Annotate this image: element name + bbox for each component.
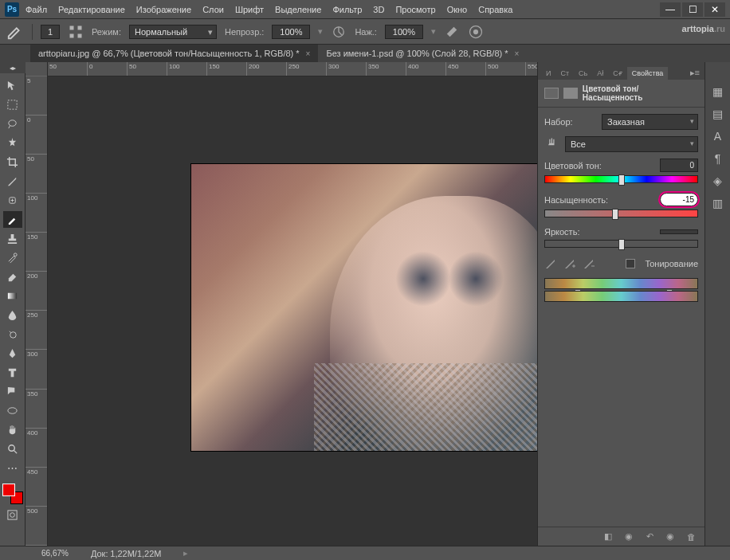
panel-footer: ◧ ◉ ↶ ◉ 🗑 — [538, 527, 704, 546]
hand-icon[interactable] — [544, 138, 560, 151]
prev-state-icon[interactable]: ◉ — [623, 531, 634, 542]
flow-input[interactable]: 100% — [385, 25, 423, 39]
lightness-value[interactable] — [660, 229, 698, 234]
swatches-panel-icon[interactable]: ▤ — [711, 107, 725, 121]
panel-tab[interactable]: И — [541, 67, 555, 80]
maximize-button[interactable]: ☐ — [682, 2, 703, 17]
eyedropper-minus-icon[interactable] — [583, 257, 595, 270]
menu-image[interactable]: Изображение — [136, 5, 191, 14]
stamp-tool[interactable] — [3, 230, 22, 247]
paragraph-panel-icon[interactable]: ¶ — [711, 151, 725, 166]
hue-range-bar[interactable] — [544, 278, 698, 289]
wand-tool[interactable] — [3, 135, 22, 151]
brush-panel-icon[interactable] — [68, 24, 84, 40]
eyedropper-icon[interactable] — [544, 257, 557, 270]
menu-help[interactable]: Справка — [478, 5, 512, 14]
channels-panel-icon[interactable]: ▥ — [711, 196, 725, 210]
pressure-size-icon[interactable] — [468, 24, 484, 40]
menu-edit[interactable]: Редактирование — [58, 5, 125, 14]
menu-type[interactable]: Шрифт — [235, 5, 264, 14]
lightness-slider[interactable] — [544, 240, 698, 248]
panel-body: Набор: Заказная Все Цветовой тон: 0 — [538, 108, 704, 527]
history-brush-tool[interactable] — [3, 249, 22, 266]
menu-filter[interactable]: Фильтр — [332, 5, 362, 14]
eraser-tool[interactable] — [3, 268, 22, 285]
foreground-color[interactable] — [2, 484, 15, 496]
lasso-tool[interactable] — [3, 116, 22, 132]
airbrush-icon[interactable] — [444, 24, 460, 40]
layers-panel-icon[interactable]: ◈ — [711, 174, 725, 188]
watermark-suffix: .ru — [714, 24, 725, 33]
right-panels: И Ст Сь Аł Сғ Свойства ▸≡ Цветовой тон/Н… — [537, 62, 730, 546]
tab-close-icon[interactable]: × — [306, 49, 311, 58]
adjustments-panel-icon[interactable]: A — [711, 129, 725, 143]
menu-select[interactable]: Выделение — [275, 5, 321, 14]
opacity-input[interactable]: 100% — [272, 25, 310, 39]
menu-3d[interactable]: 3D — [373, 5, 384, 14]
pen-tool[interactable] — [3, 345, 22, 362]
panel-tab[interactable]: Ст — [555, 67, 574, 80]
close-button[interactable]: ✕ — [704, 2, 725, 17]
panel-menu-icon[interactable]: ▸≡ — [685, 66, 704, 80]
document-tab-2[interactable]: Без имени-1.psd @ 100% (Слой 28, RGB/8) … — [318, 45, 527, 62]
blend-mode-select[interactable]: Нормальный — [129, 25, 217, 39]
ruler-tick: 50 — [48, 62, 88, 76]
eyedropper-plus-icon[interactable] — [563, 257, 576, 270]
visibility-icon[interactable]: ◉ — [665, 531, 676, 542]
trash-icon[interactable]: 🗑 — [685, 531, 697, 542]
hand-tool[interactable] — [3, 421, 22, 438]
ruler-tick: 100 — [26, 194, 47, 233]
reset-icon[interactable]: ↶ — [644, 531, 655, 542]
pressure-opacity-icon[interactable] — [331, 24, 347, 40]
zoom-tool[interactable] — [3, 441, 22, 457]
tools-collapse-handle[interactable]: ◂▸ — [0, 62, 26, 73]
lightness-label: Яркость: — [544, 227, 579, 237]
saturation-value[interactable]: -15 — [660, 193, 698, 206]
brush-tool-preset-icon[interactable] — [6, 23, 24, 41]
brush-size-input[interactable]: 1 — [41, 25, 60, 39]
clip-icon[interactable]: ◧ — [602, 531, 614, 542]
mask-icon — [563, 88, 578, 99]
preset-select[interactable]: Заказная — [602, 114, 698, 130]
channel-select[interactable]: Все — [565, 136, 698, 152]
more-tools[interactable]: ⋯ — [3, 460, 22, 476]
colorize-checkbox[interactable] — [626, 259, 635, 268]
healing-tool[interactable] — [3, 192, 22, 209]
gradient-tool[interactable] — [3, 288, 22, 304]
blur-tool[interactable] — [3, 307, 22, 323]
ruler-tick: 450 — [446, 62, 486, 76]
color-swatches[interactable] — [2, 484, 23, 504]
title-bar: Ps Файл Редактирование Изображение Слои … — [0, 0, 730, 19]
hue-slider[interactable] — [544, 175, 698, 183]
menu-file[interactable]: Файл — [26, 5, 47, 14]
menu-window[interactable]: Окно — [447, 5, 468, 14]
dodge-tool[interactable] — [3, 326, 22, 343]
zoom-level[interactable]: 66,67% — [41, 549, 69, 558]
path-tool[interactable] — [3, 383, 22, 400]
eyedropper-tool[interactable] — [3, 173, 22, 190]
crop-tool[interactable] — [3, 154, 22, 170]
status-menu-arrow[interactable]: ▸ — [183, 548, 188, 558]
type-tool[interactable] — [3, 364, 22, 381]
panel-tab-properties[interactable]: Свойства — [627, 67, 669, 80]
color-panel-icon[interactable]: ▦ — [711, 84, 725, 99]
hue-value[interactable]: 0 — [660, 159, 698, 172]
menu-view[interactable]: Просмотр — [395, 5, 435, 14]
hue-range-bar-2[interactable] — [544, 291, 698, 302]
menu-layers[interactable]: Слои — [202, 5, 224, 14]
document-tab-1[interactable]: arttopiaru.jpg @ 66,7% (Цветовой тон/Нас… — [30, 45, 318, 62]
tab-close-icon[interactable]: × — [515, 49, 520, 58]
move-tool[interactable] — [3, 77, 22, 94]
brush-tool[interactable] — [3, 211, 22, 228]
marquee-tool[interactable] — [3, 96, 22, 113]
minimize-button[interactable]: — — [660, 2, 681, 17]
shape-tool[interactable] — [3, 402, 22, 419]
ruler-tick: 200 — [247, 62, 287, 76]
panel-tab[interactable]: Аł — [592, 67, 608, 80]
panel-tab[interactable]: Сь — [574, 67, 592, 80]
doc-size[interactable]: Док: 1,22M/1,22M — [91, 549, 162, 558]
panel-tab[interactable]: Сғ — [608, 67, 627, 80]
saturation-slider[interactable] — [544, 210, 698, 217]
quick-mask-tool[interactable] — [3, 507, 22, 523]
app-logo: Ps — [5, 2, 19, 17]
